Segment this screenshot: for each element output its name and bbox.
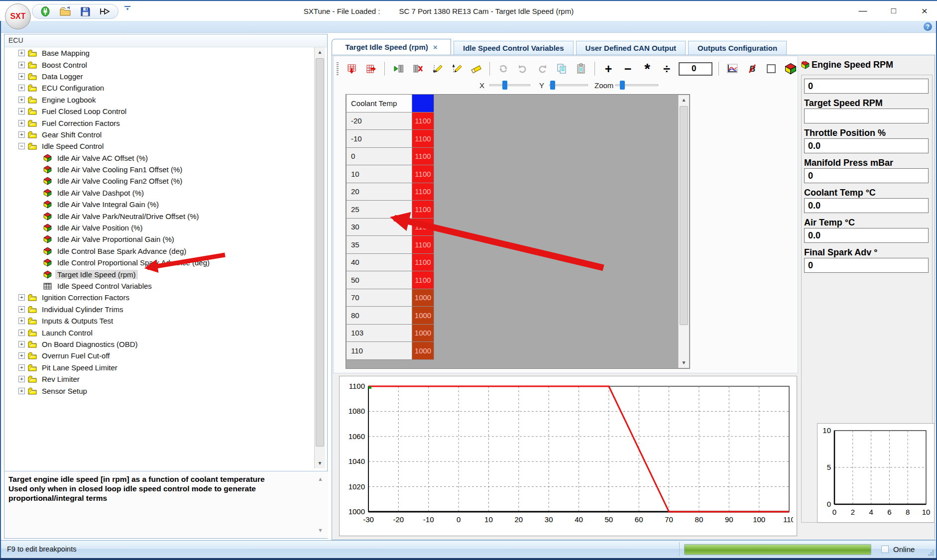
expand-icon[interactable]: + [18, 73, 25, 80]
table-header-coolant-temp[interactable]: Coolant Temp [346, 95, 412, 112]
tree-item-idle-air-valve-integral-gain[interactable]: Idle Air Valve Integral Gain (%) [4, 199, 314, 210]
value-cell[interactable]: 1100 [412, 219, 434, 236]
expand-icon[interactable]: + [18, 352, 25, 359]
open-icon[interactable] [59, 5, 71, 17]
value-cell[interactable]: 1100 [412, 183, 434, 201]
online-checkbox[interactable] [881, 546, 889, 553]
tree-item-idle-air-valve-position[interactable]: Idle Air Valve Position (%) [4, 222, 314, 233]
tree-item-idle-speed-control[interactable]: −Idle Speed Control [4, 140, 314, 152]
toolbar-grip[interactable] [337, 62, 339, 75]
tree-item-idle-air-valve-park-neutral-drive-offset[interactable]: Idle Air Valve Park/Neutral/Drive Offset… [4, 210, 314, 222]
expand-icon[interactable]: + [18, 50, 25, 56]
close-button[interactable]: × [919, 5, 930, 17]
tree-scrollbar[interactable]: ▲ ▼ [314, 47, 325, 468]
scroll-down-icon[interactable]: ▼ [679, 358, 689, 368]
divide-op-button[interactable]: ÷ [659, 61, 674, 76]
tree-item-individual-cylinder-trims[interactable]: +Individual Cylinder Trims [4, 304, 314, 315]
tree-item-base-mapping[interactable]: +Base Mapping [4, 47, 314, 59]
paste-icon[interactable] [574, 61, 588, 76]
expand-icon[interactable]: + [18, 318, 25, 324]
undo-icon[interactable] [515, 61, 530, 76]
expand-icon[interactable]: + [18, 364, 25, 371]
tree-item-idle-speed-control-variables[interactable]: Idle Speed Control Variables [4, 280, 314, 292]
tree-item-idle-control-base-spark-advance-deg[interactable]: Idle Control Base Spark Advance (deg) [4, 245, 314, 257]
scroll-down-icon[interactable]: ▼ [315, 458, 325, 468]
delete-axis-icon[interactable] [410, 61, 425, 76]
value-cell[interactable]: 1000 [412, 289, 434, 307]
breakpoint-cell[interactable]: 103 [346, 325, 412, 342]
tree-item-inputs-outputs-test[interactable]: +Inputs & Outputs Test [4, 315, 314, 327]
save-icon[interactable] [79, 5, 91, 17]
air-temp-field[interactable] [804, 228, 929, 243]
fill-right-icon[interactable] [363, 61, 378, 76]
breakpoint-cell[interactable]: 40 [346, 254, 412, 272]
checkbox-icon[interactable] [764, 61, 779, 76]
x-slider[interactable] [489, 80, 530, 90]
table-header-value-selected[interactable] [412, 95, 434, 112]
breakpoint-cell[interactable]: 50 [346, 271, 412, 289]
tree-item-boost-control[interactable]: +Boost Control [4, 59, 314, 70]
breakpoint-cell[interactable]: 0 [346, 148, 412, 166]
tree-item-ignition-correction-factors[interactable]: +Ignition Correction Factors [4, 292, 314, 303]
value-cell[interactable]: 1100 [412, 254, 434, 272]
redo-icon[interactable] [535, 61, 550, 76]
table-scrollbar[interactable]: ▲ ▼ [678, 95, 689, 368]
expand-icon[interactable]: + [18, 376, 25, 382]
tree-item-sensor-setup[interactable]: +Sensor Setup [4, 385, 314, 396]
edit-up-icon[interactable] [449, 61, 464, 76]
graph-icon[interactable] [725, 61, 740, 76]
zoom-slider[interactable] [615, 80, 658, 90]
b-slash-icon[interactable]: B [744, 61, 759, 76]
edit-down-icon[interactable] [430, 61, 445, 76]
breakpoint-cell[interactable]: -20 [346, 112, 412, 130]
tree-item-gear-shift-control[interactable]: +Gear Shift Control [4, 129, 314, 140]
target-speed-field[interactable] [804, 109, 929, 123]
add-op-button[interactable]: + [601, 61, 616, 76]
expand-icon[interactable]: + [18, 388, 25, 394]
tree-item-idle-air-valve-cooling-fan1-offset[interactable]: Idle Air Valve Cooling Fan1 Offset (%) [4, 164, 314, 175]
expand-icon[interactable]: + [18, 341, 25, 347]
tab-idle-speed-control-variables[interactable]: Idle Speed Control Variables [454, 41, 574, 55]
value-cell[interactable]: 1000 [412, 325, 434, 342]
tree-item-fuel-closed-loop-control[interactable]: +Fuel Closed Loop Control [4, 106, 314, 117]
engine-speed-field[interactable] [804, 79, 929, 94]
fill-down-icon[interactable] [344, 61, 359, 76]
tree-item-fuel-correction-factors[interactable]: +Fuel Correction Factors [4, 117, 314, 128]
value-cell[interactable]: 1000 [412, 307, 434, 325]
tree-item-on-board-diagnostics-obd[interactable]: +On Board Diagnostics (OBD) [4, 338, 314, 350]
tree-item-overrun-fuel-cut-off[interactable]: +Overrun Fuel Cut-off [4, 350, 314, 361]
collapse-icon[interactable]: − [18, 143, 25, 149]
final-spark-adv-field[interactable] [804, 258, 929, 273]
scroll-up-icon[interactable]: ▲ [318, 474, 323, 484]
value-cell[interactable]: 1100 [412, 130, 434, 148]
eraser-icon[interactable] [468, 61, 483, 76]
tree-item-engine-logbook[interactable]: +Engine Logbook [4, 94, 314, 106]
tree-item-idle-air-valve-cooling-fan2-offset[interactable]: Idle Air Valve Cooling Fan2 Offset (%) [4, 175, 314, 187]
value-cell[interactable]: 1100 [412, 148, 434, 166]
tree-item-launch-control[interactable]: +Launch Control [4, 327, 314, 338]
value-cell[interactable]: 1100 [412, 165, 434, 183]
expand-icon[interactable]: + [18, 62, 25, 68]
cube-3d-icon[interactable] [783, 61, 798, 76]
toolbar-overflow-icon[interactable]: ▾ [123, 6, 131, 11]
value-cell[interactable]: 1100 [412, 236, 434, 254]
scroll-down-icon[interactable]: ▼ [318, 526, 323, 535]
tree-item-idle-air-valve-ac-offset[interactable]: Idle Air Valve AC Offset (%) [4, 152, 314, 164]
resize-grip[interactable] [928, 550, 935, 557]
breakpoint-cell[interactable]: 35 [346, 236, 412, 254]
breakpoint-cell[interactable]: -10 [346, 130, 412, 148]
breakpoint-cell[interactable]: 30 [346, 219, 412, 236]
help-icon[interactable]: ? [924, 22, 932, 31]
coolant-temp-field[interactable] [804, 198, 929, 213]
table-scrollbar-thumb[interactable] [680, 106, 688, 325]
y-slider[interactable] [549, 80, 588, 90]
tree-item-rev-limiter[interactable]: +Rev Limiter [4, 373, 314, 385]
scroll-up-icon[interactable]: ▲ [679, 95, 689, 105]
expand-icon[interactable]: + [18, 85, 25, 91]
breakpoint-cell[interactable]: 70 [346, 289, 412, 307]
value-cell[interactable]: 1100 [412, 271, 434, 289]
tree-scrollbar-thumb[interactable] [316, 58, 324, 447]
breakpoint-cell[interactable]: 20 [346, 183, 412, 201]
maximize-button[interactable]: □ [888, 6, 899, 16]
expand-icon[interactable]: + [18, 120, 25, 126]
